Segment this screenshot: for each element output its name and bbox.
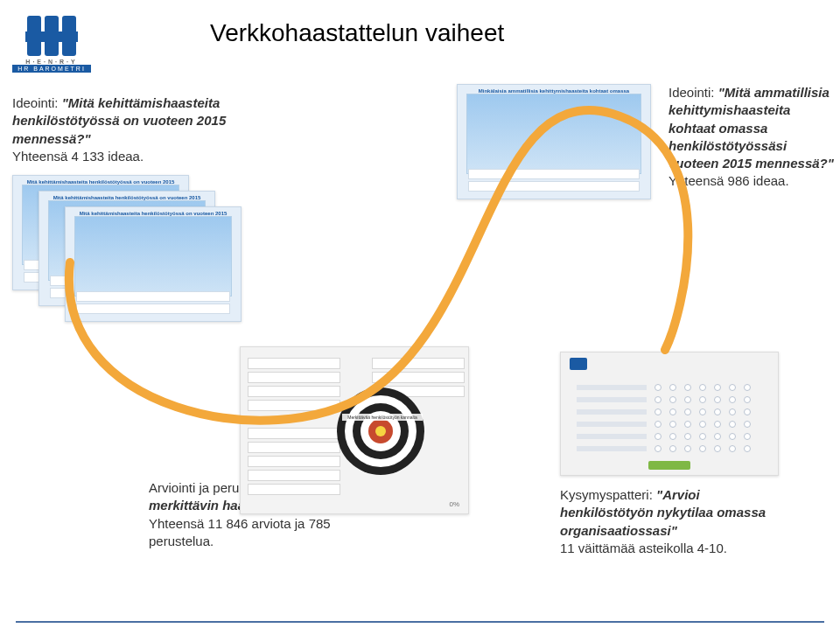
page-title: Verkkohaastattelun vaiheet [210, 19, 504, 47]
screenshot-ideation-3: Mitä kehittämishaasteita henkilöstötyöss… [65, 206, 242, 322]
footer-divider [16, 621, 824, 623]
caption-lead: Ideointi: [12, 95, 59, 110]
caption-lead: Kysymyspatteri: [560, 487, 653, 502]
caption-tail: 11 väittämää asteikolla 4-10. [560, 541, 727, 555]
screenshot-target: Merkittävää henkilöstötyön kannalta 0% [240, 346, 469, 514]
logo-sub: HR BAROMETRI [12, 65, 91, 73]
survey-caption: Kysymyspatteri: "Arvioi henkilöstötyön n… [560, 486, 779, 557]
caption-tail: Yhteensä 11 846 arviota ja 785 perustelu… [149, 516, 331, 548]
ideation-right-caption: Ideointi: "Mitä ammatillisia kehittymish… [668, 84, 835, 191]
screenshot-ideation-right: Minkälaisia ammatillisia kehittymishaast… [457, 84, 651, 199]
screenshot-survey [560, 352, 779, 476]
bullseye-icon [337, 387, 424, 475]
ideation-left-caption: Ideointi: "Mitä kehittämishaasteita henk… [12, 94, 231, 165]
logo: H·E·N·R·Y HR BAROMETRI [12, 16, 91, 77]
target-percent: 0% [449, 500, 459, 508]
caption-lead: Ideointi: [668, 85, 715, 100]
caption-tail: Yhteensä 4 133 ideaa. [12, 149, 144, 164]
target-center-label: Merkittävää henkilöstötyön kannalta [342, 414, 423, 421]
logo-label: H·E·N·R·Y [12, 59, 91, 65]
caption-tail: Yhteensä 986 ideaa. [668, 173, 789, 188]
